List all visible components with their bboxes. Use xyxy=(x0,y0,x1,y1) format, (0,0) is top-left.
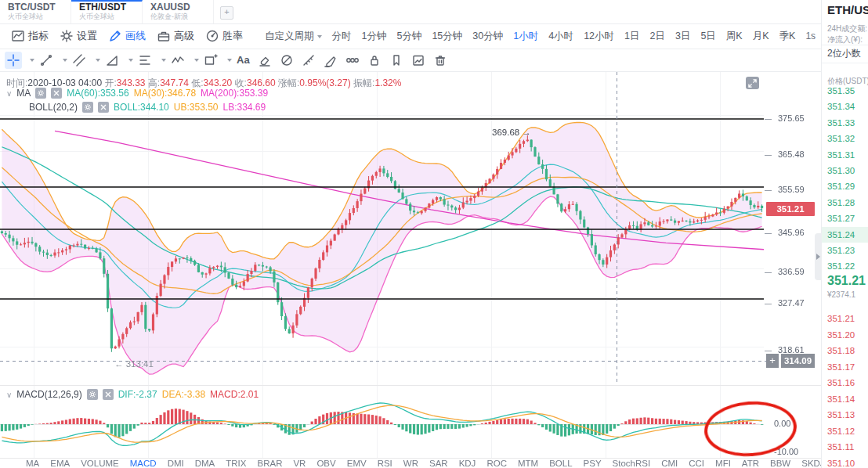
decimals-selector[interactable]: 2位小数 xyxy=(827,47,861,60)
ask-row[interactable]: 351.30 xyxy=(822,163,868,178)
ask-row[interactable]: 351.28 xyxy=(822,195,868,211)
indicator-tab-obv[interactable]: OBV xyxy=(316,459,335,468)
bid-row[interactable]: 351.13 xyxy=(822,407,868,423)
period-分时[interactable]: 分时 xyxy=(332,30,352,43)
indicator-tab-bbw[interactable]: BBW xyxy=(770,459,790,468)
indicator-tab-skdj[interactable]: SKDJ xyxy=(801,459,821,468)
bookmark-icon[interactable] xyxy=(388,52,405,69)
indicator-tab-cmi[interactable]: CMI xyxy=(661,459,678,468)
indicator-tab-psy[interactable]: PSY xyxy=(584,459,602,468)
bid-row[interactable]: 351.14 xyxy=(822,391,868,407)
ruler-icon[interactable] xyxy=(300,52,317,69)
period-5分钟[interactable]: 5分钟 xyxy=(396,30,421,43)
indicator-tab-mtm[interactable]: MTM xyxy=(518,459,538,468)
indicator-tab-atr[interactable]: ATR xyxy=(742,459,759,468)
period-1日[interactable]: 1日 xyxy=(624,30,639,43)
indicator-tab-trix[interactable]: TRIX xyxy=(226,459,246,468)
ask-row[interactable]: 351.29 xyxy=(822,178,868,194)
text-icon[interactable]: Aa xyxy=(235,52,251,67)
lock-icon[interactable] xyxy=(366,52,383,69)
indicator-tab-dma[interactable]: DMA xyxy=(195,459,215,468)
indicator-settings-icon[interactable] xyxy=(87,389,98,400)
indicator-tab-ema[interactable]: EMA xyxy=(50,459,70,468)
fib-lines-icon[interactable] xyxy=(136,52,154,69)
pane-expand-icon[interactable] xyxy=(746,77,759,89)
crosshair-icon[interactable] xyxy=(5,52,22,69)
ellipse-icon[interactable] xyxy=(278,52,295,69)
ask-row[interactable]: 351.27 xyxy=(822,211,868,226)
parallel-channel-icon[interactable] xyxy=(71,52,88,69)
indicator-close-icon[interactable] xyxy=(98,102,109,113)
indicator-close-icon[interactable] xyxy=(103,389,114,400)
chevron-down-icon[interactable] xyxy=(128,59,133,64)
template-icon[interactable] xyxy=(410,52,427,69)
chevron-down-icon[interactable] xyxy=(96,59,100,64)
ask-row[interactable]: 351.32 xyxy=(822,131,868,146)
高级-button[interactable]: 高级 xyxy=(157,29,194,43)
period-季K[interactable]: 季K xyxy=(779,30,796,43)
chevron-down-icon[interactable] xyxy=(194,59,199,64)
indicator-tab-mfi[interactable]: MFI xyxy=(715,459,731,468)
trend-line-icon[interactable] xyxy=(38,52,55,69)
indicator-settings-icon[interactable] xyxy=(35,88,46,99)
indicator-tab-wr[interactable]: WR xyxy=(403,459,418,468)
period-月K[interactable]: 月K xyxy=(753,30,769,43)
ask-row[interactable]: 351.24 xyxy=(822,227,868,243)
indicator-tab-boll[interactable]: BOLL xyxy=(549,459,572,468)
delete-icon[interactable] xyxy=(432,52,449,69)
period-周K[interactable]: 周K xyxy=(726,30,743,43)
indicator-tab-volume[interactable]: VOLUME xyxy=(81,459,119,468)
add-alert-button[interactable]: + xyxy=(766,354,779,368)
rectangle-icon[interactable] xyxy=(202,52,219,69)
bid-row[interactable]: 351.12 xyxy=(822,423,868,439)
bid-row[interactable]: 351.20 xyxy=(822,327,868,343)
eraser-icon[interactable] xyxy=(256,52,273,69)
period-1分钟[interactable]: 1分钟 xyxy=(362,30,387,43)
indicator-close-icon[interactable] xyxy=(51,88,62,99)
chevron-down-icon[interactable] xyxy=(63,59,67,64)
period-2日[interactable]: 2日 xyxy=(649,30,664,43)
bid-row[interactable]: 351.10 xyxy=(822,455,868,468)
indicator-tab-vr[interactable]: VR xyxy=(293,459,306,468)
period-4小时[interactable]: 4小时 xyxy=(548,30,573,43)
add-tab-button[interactable]: + xyxy=(220,6,233,20)
胜率-button[interactable]: 胜率 xyxy=(205,29,243,43)
设置-button[interactable]: 设置 xyxy=(60,29,97,43)
indicator-settings-icon[interactable] xyxy=(82,102,93,113)
symbol-tab-btc-usdt[interactable]: BTC/USDT火币全球站 xyxy=(0,0,71,23)
indicator-tab-kdj[interactable]: KDJ xyxy=(459,459,476,468)
indicator-tab-dmi[interactable]: DMI xyxy=(168,459,184,468)
indicator-tab-emv[interactable]: EMV xyxy=(347,459,367,468)
chevron-down-icon[interactable] xyxy=(227,59,232,64)
bid-row[interactable]: 351.18 xyxy=(822,343,868,358)
candlestick-chart-canvas[interactable] xyxy=(0,72,821,468)
indicator-tab-ma[interactable]: MA xyxy=(26,459,39,468)
ask-row[interactable]: 351.22 xyxy=(822,258,868,274)
period-12小时[interactable]: 12小时 xyxy=(584,30,614,43)
chevron-down-icon[interactable] xyxy=(161,59,166,64)
ask-row[interactable]: 351.33 xyxy=(822,115,868,131)
indicator-tab-sar[interactable]: SAR xyxy=(429,459,448,468)
custom-period-dropdown[interactable]: 自定义周期 xyxy=(265,30,322,43)
collapse-caret-icon[interactable]: ∨ xyxy=(6,391,12,399)
collapse-caret-icon[interactable]: ∨ xyxy=(6,89,12,98)
bid-row[interactable]: 351.21 xyxy=(822,311,868,326)
chevron-down-icon[interactable] xyxy=(30,59,34,64)
indicator-tab-stochrsi[interactable]: StochRSI xyxy=(613,459,651,468)
bid-row[interactable]: 351.16 xyxy=(822,375,868,391)
wave-icon[interactable] xyxy=(169,52,186,69)
bid-row[interactable]: 351.11 xyxy=(822,439,868,455)
symbol-tab-eth-usdt[interactable]: ETH/USDT火币全球站 xyxy=(71,0,143,23)
indicator-tab-rsi[interactable]: RSI xyxy=(378,459,392,468)
symbol-tab-xauusd[interactable]: XAUUSD伦敦金-新浪 xyxy=(143,0,214,23)
period-5日[interactable]: 5日 xyxy=(700,30,715,43)
indicator-tab-brar[interactable]: BRAR xyxy=(257,459,282,468)
indicator-tab-cci[interactable]: CCI xyxy=(689,459,704,468)
measure-icon[interactable] xyxy=(344,52,361,69)
period-3日[interactable]: 3日 xyxy=(675,30,690,43)
指标-button[interactable]: 指标 xyxy=(11,29,49,43)
sidebar-collapse-handle[interactable] xyxy=(815,233,822,280)
ask-row[interactable]: 351.23 xyxy=(822,243,868,258)
ask-row[interactable]: 351.31 xyxy=(822,147,868,163)
ask-row[interactable]: 351.34 xyxy=(822,99,868,114)
